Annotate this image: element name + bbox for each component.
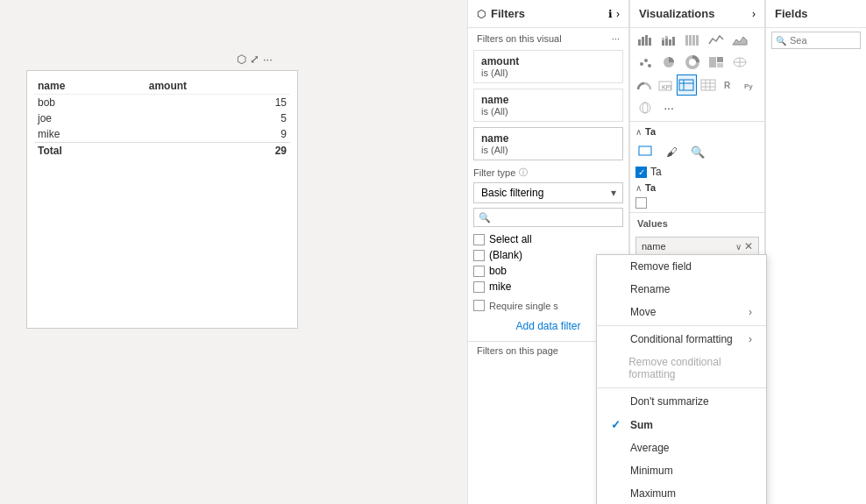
filter-value-amount: is (All)	[481, 67, 615, 78]
filter-type-info-icon[interactable]: ⓘ	[519, 167, 528, 179]
filter-type-select[interactable]: Basic filtering Advanced filtering Top N	[473, 182, 623, 203]
context-menu-label: Sum	[630, 419, 653, 431]
filters-title: Filters	[491, 7, 525, 20]
svg-rect-13	[696, 35, 699, 46]
svg-point-16	[644, 59, 648, 62]
require-single-checkbox[interactable]	[473, 300, 485, 311]
viz-icon-bar[interactable]	[634, 29, 657, 50]
fields-header: Fields	[766, 0, 866, 28]
filters-expand-icon[interactable]: ›	[616, 8, 620, 20]
filter-card-name-2[interactable]: name is (All)	[473, 127, 623, 160]
context-menu-item-minimum[interactable]: Minimum	[597, 459, 766, 482]
context-menu-item-move[interactable]: Move›	[597, 301, 766, 323]
viz-icon-treemap[interactable]	[705, 52, 728, 73]
svg-point-15	[640, 62, 643, 66]
filters-info-icon[interactable]: ℹ	[608, 8, 613, 20]
filter-type-label: Filter type	[473, 167, 515, 178]
checkbox-mike[interactable]	[473, 281, 485, 293]
fields-title: Fields	[775, 7, 808, 20]
context-menu-item-average[interactable]: Average	[597, 437, 766, 459]
svg-rect-9	[672, 37, 675, 46]
cell-amount: 9	[146, 126, 290, 143]
viz-icon-more[interactable]: ···	[657, 97, 680, 118]
filter-card-amount[interactable]: amount is (All)	[473, 50, 623, 83]
viz-format-icon-3[interactable]: 🔍	[686, 141, 709, 162]
viz-icon-gauge[interactable]	[634, 75, 654, 96]
svg-rect-20	[709, 57, 716, 67]
field-pill-name-remove[interactable]: ✕	[744, 240, 753, 252]
table-row: joe 5	[34, 110, 290, 126]
total-value: 29	[146, 143, 290, 160]
viz-icon-stacked-bar[interactable]	[657, 29, 680, 50]
section-fields-expand[interactable]: ∧ Ta	[630, 124, 764, 139]
field-pill-name[interactable]: name ∨ ✕	[635, 237, 759, 256]
context-menu-label: Don't summarize	[630, 395, 709, 408]
mike-label: mike	[489, 280, 511, 293]
context-menu-item-sum[interactable]: ✓Sum	[597, 413, 766, 437]
viz-icons-row-3: KPI R Py	[630, 74, 764, 96]
field-pill-name-chevron[interactable]: ∨	[735, 242, 742, 252]
checkbox-blank[interactable]	[473, 250, 485, 261]
viz-icon-line[interactable]	[705, 29, 728, 50]
svg-rect-0	[638, 39, 641, 46]
context-menu-label: Rename	[630, 283, 670, 295]
filter-value-name-2: is (All)	[481, 145, 615, 155]
viz-icon-r-visual[interactable]: R	[719, 75, 739, 96]
viz-icon-table[interactable]	[677, 75, 697, 96]
svg-rect-3	[649, 38, 651, 46]
context-menu-arrow-icon: ›	[749, 306, 752, 318]
field-checkbox-amount-empty[interactable]	[635, 197, 647, 209]
viz-icons-row-4: ···	[630, 96, 764, 119]
context-menu-item-rename[interactable]: Rename	[597, 278, 766, 301]
section-sigma-expand[interactable]: ∧ Ta	[630, 180, 764, 195]
filters-header-right: ℹ ›	[608, 8, 620, 20]
svg-text:KPI: KPI	[662, 84, 671, 90]
filter-type-select-wrap: Basic filtering Advanced filtering Top N…	[473, 182, 623, 203]
svg-rect-11	[689, 35, 692, 46]
field-pill-name-actions: ∨ ✕	[735, 240, 753, 252]
viz-format-icon-1[interactable]	[634, 141, 657, 162]
filter-card-name-1[interactable]: name is (All)	[473, 89, 623, 122]
filters-header-left: ⬡ Filters	[477, 7, 525, 20]
viz-icon-map[interactable]	[728, 52, 751, 73]
viz-separator-2	[630, 212, 764, 213]
viz-icon-kpi[interactable]: KPI	[655, 75, 675, 96]
filter-search-input[interactable]	[473, 208, 623, 227]
fields-search-wrap: 🔍	[771, 32, 861, 49]
context-menu-item-maximum[interactable]: Maximum	[597, 482, 766, 504]
section-sigma-label: Ta	[645, 182, 656, 193]
more-options-icon[interactable]: ···	[263, 53, 273, 66]
viz-format-icon-2[interactable]: 🖌	[660, 141, 683, 162]
viz-icon-matrix[interactable]	[698, 75, 718, 96]
field-checkbox-name[interactable]: ✓	[635, 167, 647, 178]
viz-icon-100-bar[interactable]	[681, 29, 704, 50]
context-menu-item-remove-field[interactable]: Remove field	[597, 255, 766, 278]
viz-icons-row-1	[630, 28, 764, 51]
svg-point-39	[642, 103, 648, 113]
col-header-amount: amount	[146, 78, 290, 95]
context-menu-item-conditional-formatting[interactable]: Conditional formatting›	[597, 328, 766, 351]
focus-icon[interactable]: ⤢	[250, 53, 259, 66]
cell-amount: 15	[146, 95, 290, 111]
checkbox-select-all[interactable]	[473, 234, 485, 245]
viz-header: Visualizations ›	[630, 0, 764, 28]
cell-name: mike	[34, 126, 146, 143]
svg-text:R: R	[724, 81, 731, 90]
filter-icon[interactable]: ⬡	[237, 53, 246, 66]
context-menu-item-don't-summarize[interactable]: Don't summarize	[597, 390, 766, 413]
viz-icon-area[interactable]	[728, 29, 751, 50]
context-menu: Remove fieldRenameMove›Conditional forma…	[596, 254, 767, 504]
cell-name: joe	[34, 110, 146, 126]
filters-more-icon[interactable]: ···	[612, 33, 620, 44]
viz-expand-icon[interactable]: ›	[752, 8, 756, 20]
svg-rect-22	[717, 63, 723, 67]
viz-icon-pie[interactable]	[657, 52, 680, 73]
svg-point-38	[640, 103, 650, 113]
filter-check-select-all[interactable]: Select all	[473, 231, 623, 247]
visual-toolbar: ⬡ ⤢ ···	[237, 53, 273, 66]
checkbox-bob[interactable]	[473, 266, 485, 277]
viz-icon-py-visual[interactable]: Py	[741, 75, 761, 96]
viz-icon-scatter[interactable]	[634, 52, 657, 73]
viz-icon-donut[interactable]	[681, 52, 704, 73]
viz-icon-globe[interactable]	[634, 97, 657, 118]
